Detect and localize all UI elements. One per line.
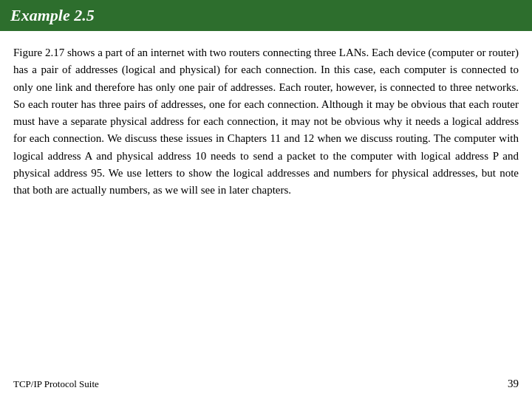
body-paragraph: Figure 2.17 shows a part of an internet … bbox=[13, 44, 519, 199]
footer-left-label: TCP/IP Protocol Suite bbox=[13, 378, 99, 390]
footer: TCP/IP Protocol Suite 39 bbox=[13, 378, 519, 390]
example-title: Example 2.5 bbox=[10, 6, 95, 25]
header-bar: Example 2.5 bbox=[0, 0, 532, 31]
footer-page-number: 39 bbox=[508, 378, 519, 390]
main-content: Figure 2.17 shows a part of an internet … bbox=[0, 31, 532, 206]
